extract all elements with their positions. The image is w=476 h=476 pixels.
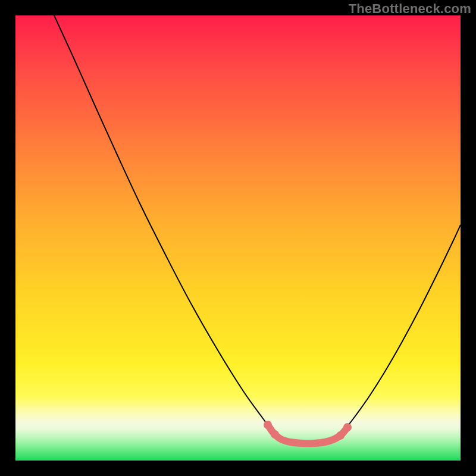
- dot-left-upper: [264, 421, 272, 429]
- right-curve: [346, 225, 461, 428]
- chart-frame: TheBottleneck.com: [0, 0, 476, 476]
- dot-right-lower: [336, 431, 345, 440]
- pink-valley-curve: [268, 425, 347, 443]
- left-curve: [54, 15, 271, 430]
- plot-area: [15, 15, 461, 461]
- watermark-text: TheBottleneck.com: [349, 1, 471, 17]
- chart-svg: [15, 15, 461, 461]
- dot-right-upper: [343, 423, 352, 431]
- dot-left-lower: [271, 430, 279, 439]
- pink-markers: [264, 421, 352, 440]
